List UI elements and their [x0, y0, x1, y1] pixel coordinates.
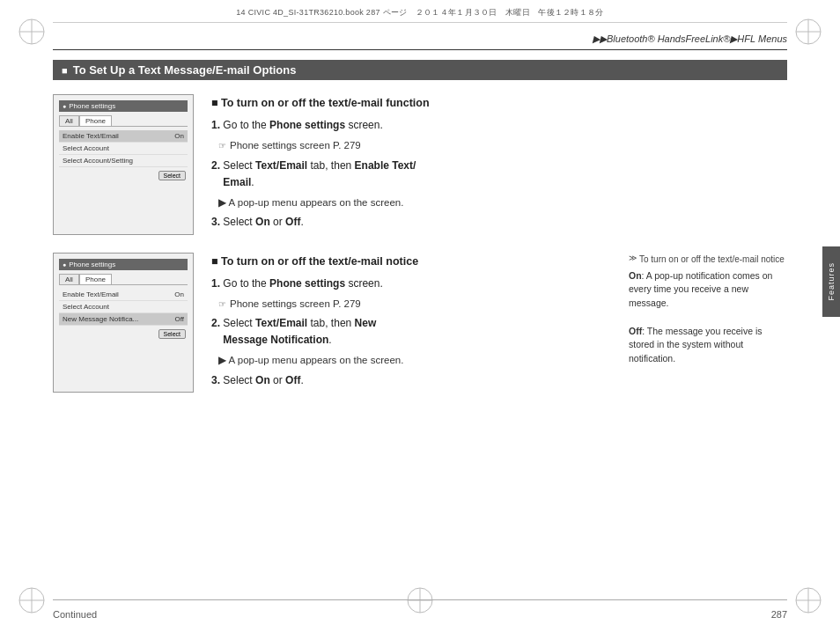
phone-btn-row-1: Select — [59, 169, 188, 182]
main-content: To Set Up a Text Message/E-mail Options … — [53, 60, 787, 588]
phone-tab-phone-2[interactable]: Phone — [79, 274, 112, 284]
instr-step-1-2: 2. Select Text/Email tab, then Enable Te… — [211, 158, 787, 191]
top-metadata: 14 CIVIC 4D_SI-31TR36210.book 287 ページ ２０… — [53, 7, 787, 23]
phone-tab-all-2[interactable]: All — [59, 274, 79, 284]
corner-mark-br — [792, 584, 824, 616]
phone-row-select-account: Select Account — [59, 143, 188, 155]
instr-title-1: ■ To turn on or off the text/e-mail func… — [211, 94, 787, 112]
phone-tab-all-1[interactable]: All — [59, 115, 79, 126]
instr-title-2: ■ To turn on or off the text/e-mail noti… — [211, 253, 611, 270]
side-note-block-2: To turn on or off the text/e-mail notice… — [629, 253, 787, 393]
instr-step-2-1: 1. Go to the Phone settings screen. — [211, 276, 611, 292]
instructions-block-1: ■ To turn on or off the text/e-mail func… — [211, 94, 787, 235]
phone-row-select-account-2: Select Account — [59, 301, 188, 313]
page-number: 287 — [771, 609, 787, 620]
phone-screen-1: Phone settings All Phone Enable Text/Ema… — [53, 94, 194, 235]
instr-note-2-1: Phone settings screen P. 279 — [218, 296, 611, 312]
phone-tab-phone-1[interactable]: Phone — [79, 115, 112, 126]
footer-divider — [53, 599, 787, 600]
corner-mark-bl — [16, 584, 48, 616]
phone-tabs-2: All Phone — [59, 274, 188, 285]
side-note-title: To turn on or off the text/e-mail notice — [629, 253, 787, 266]
phone-row-new-message: New Message Notifica...Off — [59, 313, 188, 326]
instr-arrow-1-2: ▶ A pop-up menu appears on the screen. — [218, 195, 787, 210]
sidebar-features-tab: Features — [822, 246, 840, 317]
footer: Continued 287 — [53, 609, 787, 620]
phone-screen-title-1: Phone settings — [59, 100, 188, 112]
header-divider — [53, 49, 787, 50]
phone-row-select-account-setting: Select Account/Setting — [59, 155, 188, 167]
side-note-on: On: A pop-up notification comes on every… — [629, 269, 787, 311]
corner-mark-tr — [792, 16, 824, 48]
corner-mark-tl — [16, 16, 48, 48]
instr-step-2-2: 2. Select Text/Email tab, then New Messa… — [211, 315, 611, 349]
footer-continued: Continued — [53, 609, 97, 620]
instr-step-1-1: 1. Go to the Phone settings screen. — [211, 117, 787, 134]
phone-row-enable-text-2: Enable Text/EmailOn — [59, 289, 188, 301]
section-block-1: Phone settings All Phone Enable Text/Ema… — [53, 94, 787, 235]
instr-step-1-3: 3. Select On or Off. — [211, 214, 787, 231]
phone-tabs-1: All Phone — [59, 115, 188, 127]
phone-row-enable-text: Enable Text/EmailOn — [59, 130, 188, 143]
instructions-block-2: ■ To turn on or off the text/e-mail noti… — [211, 253, 611, 393]
phone-screen-title-2: Phone settings — [59, 259, 188, 270]
breadcrumb: ▶▶Bluetooth® HandsFreeLink®▶HFL Menus — [593, 33, 787, 45]
phone-btn-select-2[interactable]: Select — [158, 329, 186, 339]
instr-arrow-2-2: ▶ A pop-up menu appears on the screen. — [218, 352, 611, 368]
phone-btn-row-2: Select — [59, 327, 188, 341]
instr-note-1-1: Phone settings screen P. 279 — [218, 137, 787, 153]
phone-btn-select-1[interactable]: Select — [158, 171, 186, 180]
phone-screen-2: Phone settings All Phone Enable Text/Ema… — [53, 253, 194, 393]
section-block-2: Phone settings All Phone Enable Text/Ema… — [53, 253, 787, 393]
instr-step-2-3: 3. Select On or Off. — [211, 372, 611, 389]
section-title: To Set Up a Text Message/E-mail Options — [53, 60, 787, 80]
side-note-off: Off: The message you receive is stored i… — [629, 325, 787, 366]
